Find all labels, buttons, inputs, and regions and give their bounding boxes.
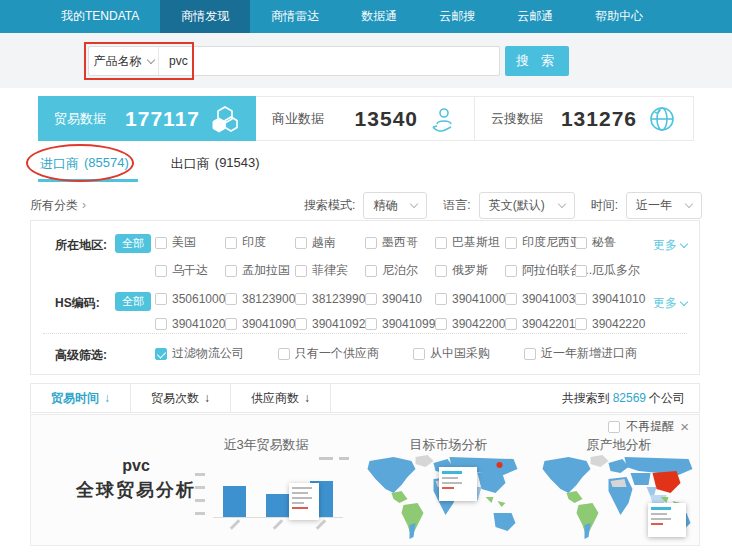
checkbox[interactable]: [225, 237, 237, 249]
hs-option[interactable]: 390410: [365, 292, 435, 306]
hs-option[interactable]: 35061000: [155, 292, 225, 306]
nav-item-data-link[interactable]: 数据通: [340, 0, 418, 33]
checkbox[interactable]: [575, 265, 587, 277]
checkbox[interactable]: [505, 237, 517, 249]
advanced-option-new-importers[interactable]: 近一年新增进口商: [524, 345, 637, 362]
arrow-down-icon: ↓: [104, 391, 110, 405]
checkbox[interactable]: [435, 237, 447, 249]
hs-option[interactable]: 39041099: [365, 317, 435, 331]
target-market-map[interactable]: [361, 451, 526, 543]
checkbox[interactable]: [413, 348, 425, 360]
search-mode-select[interactable]: 精确: [363, 192, 427, 219]
region-option[interactable]: 印度尼西亚: [505, 234, 575, 251]
region-option[interactable]: 印度: [225, 234, 295, 251]
language-select[interactable]: 英文(默认): [479, 192, 575, 219]
nav-item-cloud-mail-search[interactable]: 云邮搜: [418, 0, 496, 33]
checkbox[interactable]: [505, 318, 517, 330]
sort-by-supplier-count[interactable]: 供应商数 ↓: [231, 384, 331, 412]
hs-option[interactable]: 39041090: [225, 317, 295, 331]
checkbox[interactable]: [365, 237, 377, 249]
stat-trade-data[interactable]: 贸易数据 177117: [38, 96, 256, 141]
hs-option[interactable]: 39041092: [295, 317, 365, 331]
hs-option[interactable]: 39041010: [575, 292, 645, 306]
region-all-button[interactable]: 全部: [115, 234, 151, 253]
checkbox[interactable]: [435, 265, 447, 277]
region-option[interactable]: 巴基斯坦: [435, 234, 505, 251]
hs-option[interactable]: 39042200: [435, 317, 505, 331]
region-option[interactable]: 厄瓜多尔: [575, 262, 645, 279]
stat-cloud-search-data[interactable]: 云搜数据 131276: [475, 96, 694, 141]
trade-bar-chart[interactable]: [181, 455, 353, 543]
all-categories-link[interactable]: 所有分类›: [30, 197, 86, 214]
stat-business-data[interactable]: 商业数据 13540: [256, 96, 475, 141]
search-input[interactable]: [159, 47, 499, 75]
hs-all-button[interactable]: 全部: [115, 292, 151, 311]
advanced-option-filter-logistics[interactable]: 过滤物流公司: [155, 345, 244, 362]
nav-item-my-tendata[interactable]: 我的TENDATA: [40, 0, 160, 33]
checkbox[interactable]: [435, 293, 447, 305]
advanced-option-single-supplier[interactable]: 只有一个供应商: [278, 345, 379, 362]
nav-item-cloud-mail[interactable]: 云邮通: [496, 0, 574, 33]
checkbox[interactable]: [575, 318, 587, 330]
hs-more-link[interactable]: 更多: [653, 295, 687, 312]
region-option[interactable]: 尼泊尔: [365, 262, 435, 279]
checkbox[interactable]: [365, 318, 377, 330]
checkbox[interactable]: [155, 265, 167, 277]
hs-option-label: 39041003: [522, 292, 575, 306]
checkbox[interactable]: [505, 265, 517, 277]
checkbox[interactable]: [575, 237, 587, 249]
checkbox[interactable]: [295, 265, 307, 277]
hs-option[interactable]: 39042220: [575, 317, 645, 331]
nav-item-business-discovery[interactable]: 商情发现: [160, 0, 250, 33]
checkbox[interactable]: [295, 237, 307, 249]
sort-by-trade-count[interactable]: 贸易次数 ↓: [131, 384, 231, 412]
tab-exporters[interactable]: 出口商 (91543): [171, 155, 260, 173]
tab-importers[interactable]: 进口商 (85574): [40, 155, 129, 173]
checkbox[interactable]: [365, 265, 377, 277]
checkbox[interactable]: [225, 318, 237, 330]
bar-year-1[interactable]: [223, 486, 246, 517]
region-option[interactable]: 越南: [295, 234, 365, 251]
checkbox[interactable]: [225, 293, 237, 305]
region-option[interactable]: 菲律宾: [295, 262, 365, 279]
checkbox[interactable]: [155, 237, 167, 249]
search-category-select[interactable]: 产品名称: [89, 47, 159, 75]
checkbox[interactable]: [575, 293, 587, 305]
checkbox[interactable]: [365, 293, 377, 305]
hs-option[interactable]: 39041020: [155, 317, 225, 331]
hs-checkbox-grid: 35061000 38123900 38123990 390410 390410…: [155, 292, 645, 331]
hs-option[interactable]: 38123990: [295, 292, 365, 306]
search-button[interactable]: 搜 索: [505, 46, 569, 76]
origin-map[interactable]: [536, 451, 701, 543]
checkbox[interactable]: [225, 265, 237, 277]
checkbox-checked[interactable]: [155, 348, 167, 360]
bar-year-2[interactable]: [266, 494, 289, 517]
nav-item-help-center[interactable]: 帮助中心: [574, 0, 664, 33]
region-option[interactable]: 墨西哥: [365, 234, 435, 251]
close-icon[interactable]: ×: [680, 419, 689, 434]
hs-option[interactable]: 39041000: [435, 292, 505, 306]
region-option[interactable]: 秘鲁: [575, 234, 645, 251]
checkbox[interactable]: [278, 348, 290, 360]
checkbox[interactable]: [295, 293, 307, 305]
region-option[interactable]: 乌干达: [155, 262, 225, 279]
checkbox[interactable]: [435, 318, 447, 330]
checkbox[interactable]: [295, 318, 307, 330]
checkbox[interactable]: [608, 421, 620, 433]
checkbox[interactable]: [505, 293, 517, 305]
checkbox[interactable]: [155, 293, 167, 305]
region-option[interactable]: 俄罗斯: [435, 262, 505, 279]
advanced-option-buy-from-china[interactable]: 从中国采购: [413, 345, 490, 362]
region-option[interactable]: 美国: [155, 234, 225, 251]
time-select[interactable]: 近一年: [626, 192, 702, 219]
region-option[interactable]: 孟加拉国: [225, 262, 295, 279]
region-option[interactable]: 阿拉伯联合...: [505, 262, 575, 279]
sort-by-trade-time[interactable]: 贸易时间 ↓: [31, 384, 131, 412]
hs-option[interactable]: 39041003: [505, 292, 575, 306]
checkbox[interactable]: [524, 348, 536, 360]
hs-option[interactable]: 38123900: [225, 292, 295, 306]
nav-item-business-radar[interactable]: 商情雷达: [250, 0, 340, 33]
hs-option[interactable]: 39042201: [505, 317, 575, 331]
region-more-link[interactable]: 更多: [653, 237, 687, 254]
checkbox[interactable]: [155, 318, 167, 330]
